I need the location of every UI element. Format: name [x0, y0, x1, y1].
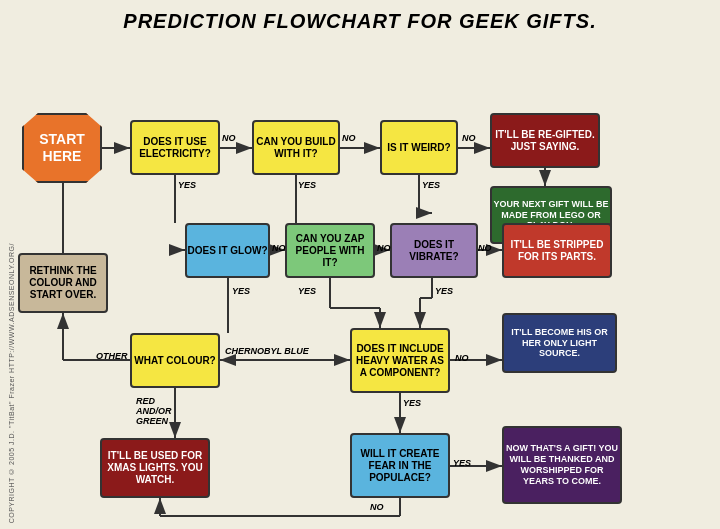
- label-yes-zap: YES: [298, 286, 316, 296]
- fear-node: WILL IT CREATE FEAR IN THE POPULACE?: [350, 433, 450, 498]
- label-yes-weird: YES: [422, 180, 440, 190]
- label-other: OTHER: [96, 351, 128, 361]
- regifted-node: IT'LL BE RE-GIFTED. JUST SAYING.: [490, 113, 600, 168]
- build-node: CAN YOU BUILD WITH IT?: [252, 120, 340, 175]
- heavy-water-node: DOES IT INCLUDE HEAVY WATER AS A COMPONE…: [350, 328, 450, 393]
- label-no-zap: NO: [377, 243, 391, 253]
- light-source-node: IT'LL BECOME HIS OR HER ONLY LIGHT SOURC…: [502, 313, 617, 373]
- xmas-node: IT'LL BE USED FOR XMAS LIGHTS. YOU WATCH…: [100, 438, 210, 498]
- electricity-node: DOES IT USE ELECTRICITY?: [130, 120, 220, 175]
- start-node: START HERE: [22, 113, 102, 183]
- label-no-electricity: NO: [222, 133, 236, 143]
- label-yes-electricity: YES: [178, 180, 196, 190]
- label-yes-vibrate: YES: [435, 286, 453, 296]
- zap-node: CAN YOU ZAP PEOPLE WITH IT?: [285, 223, 375, 278]
- colour-node: WHAT COLOUR?: [130, 333, 220, 388]
- weird-node: IS IT WEIRD?: [380, 120, 458, 175]
- vibrate-node: DOES IT VIBRATE?: [390, 223, 478, 278]
- label-no-weird: NO: [462, 133, 476, 143]
- label-yes-fear: YES: [453, 458, 471, 468]
- page-title: PREDICTION FLOWCHART FOR GEEK GIFTS.: [0, 0, 720, 38]
- label-chernobyl: CHERNOBYL BLUE: [225, 346, 309, 356]
- label-yes-glow: YES: [232, 286, 250, 296]
- label-no-heavy-water: NO: [455, 353, 469, 363]
- label-no-vibrate: NO: [478, 243, 492, 253]
- label-no-fear: NO: [370, 502, 384, 512]
- label-no-glow: NO: [272, 243, 286, 253]
- label-yes-build: YES: [298, 180, 316, 190]
- label-red-green: REDAND/ORGREEN: [136, 396, 172, 426]
- label-yes-heavy-water: YES: [403, 398, 421, 408]
- label-no-build: NO: [342, 133, 356, 143]
- copyright: COPYRIGHT © 2005 J.D. "TitBat" Frazer HT…: [8, 243, 15, 523]
- rethink-node: RETHINK THE COLOUR AND START OVER.: [18, 253, 108, 313]
- glow-node: DOES IT GLOW?: [185, 223, 270, 278]
- stripped-node: IT'LL BE STRIPPED FOR ITS PARTS.: [502, 223, 612, 278]
- thanked-node: NOW THAT'S A GIFT! YOU WILL BE THANKED A…: [502, 426, 622, 504]
